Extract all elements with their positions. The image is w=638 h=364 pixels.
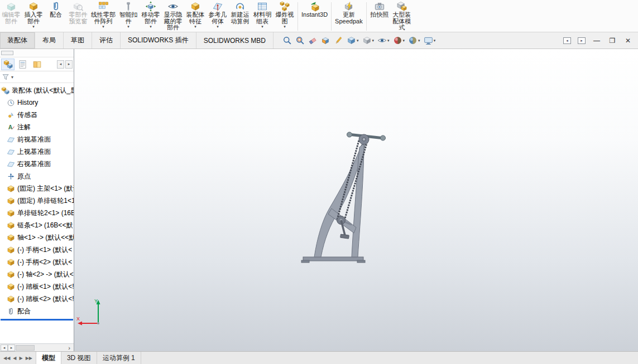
ribbon-group-separator	[298, 2, 298, 31]
bottom-tab-motion-study-1[interactable]: 运动算例 1	[97, 352, 141, 364]
ribbon-button-take-snapshot[interactable]: 拍快照	[368, 1, 391, 18]
tree-item-16[interactable]: (-) 踏板<1> (默认<!	[0, 280, 74, 293]
tree-item-15[interactable]: (-) 轴<2> -> (默认<	[0, 268, 74, 280]
model-frame	[314, 142, 366, 257]
panel-tab-scroll-right[interactable]: ▸	[65, 60, 73, 69]
tree-item-0[interactable]: 装配体 (默认<默认_显示	[0, 84, 74, 96]
close-button[interactable]: ✕	[623, 37, 632, 45]
ribbon-button-bill-of-materials[interactable]: 材料明 细表▾	[251, 1, 274, 28]
command-tabs: 装配体布局草图评估SOLIDWORKS 插件SOLIDWORKS MBD	[0, 32, 274, 48]
view-settings-button[interactable]: ▾	[424, 36, 436, 45]
configurationmanager-tab[interactable]	[30, 59, 44, 70]
tree-item-7[interactable]: 原点	[0, 170, 74, 182]
tree-item-3[interactable]: A注解	[0, 121, 74, 133]
ribbon-button-label: 智能扣 件	[119, 12, 138, 25]
triad-x-label: X	[76, 316, 80, 322]
ribbon-button-edit-component[interactable]: 编辑零 部件	[0, 1, 22, 25]
command-tab-layout[interactable]: 布局	[35, 32, 64, 48]
previous-view-button[interactable]	[308, 36, 318, 45]
tree-item-8[interactable]: (固定) 主架<1> (默认	[0, 182, 74, 195]
edit-appearance-icon	[393, 36, 402, 45]
tree-item-2[interactable]: 传感器	[0, 109, 74, 121]
ribbon-button-move-component[interactable]: 移动零 部件▾	[140, 1, 162, 28]
rollback-bar[interactable]	[1, 319, 73, 321]
panel-grip[interactable]	[1, 51, 13, 55]
scrollbar-thumb[interactable]	[16, 345, 35, 351]
move-component-icon	[145, 1, 156, 12]
part-icon	[7, 283, 15, 291]
command-tab-assembly[interactable]: 装配体	[0, 32, 35, 48]
scroll-left-button[interactable]: ◂	[1, 344, 8, 351]
insert-component-icon	[28, 1, 39, 12]
orientation-triad: Y X	[76, 296, 107, 327]
ribbon-button-linear-component-pattern[interactable]: 线性零部 件阵列▾	[89, 1, 117, 28]
restore-button[interactable]: ❐	[608, 37, 617, 45]
ribbon-button-new-motion-study[interactable]: 新建运 动算例	[229, 1, 251, 25]
part-icon	[7, 234, 15, 242]
ribbon-button-label: 编辑零 部件	[2, 12, 21, 25]
panel-horizontal-scrollbar[interactable]: ◂ ▸ ›	[0, 343, 74, 351]
tree-item-17[interactable]: (-) 踏板<2> (默认<!	[0, 293, 74, 305]
tree-item-5[interactable]: 上视基准面	[0, 145, 74, 158]
zoom-area-button[interactable]	[295, 36, 305, 45]
tree-item-9[interactable]: (固定) 单排链轮1<1<	[0, 195, 74, 207]
tree-item-label: (-) 踏板<2> (默认<!	[17, 294, 74, 304]
view-orientation-button[interactable]: ▾	[347, 36, 359, 45]
annotation-view-button[interactable]	[334, 36, 343, 45]
ribbon-button-show-hidden-components[interactable]: 显示隐 藏的零 部件▾	[162, 1, 184, 32]
graphics-area[interactable]: Y X	[74, 49, 638, 351]
part-icon	[7, 295, 15, 303]
ribbon-button-reference-geometry[interactable]: 参考几 何体▾	[207, 1, 229, 28]
window-controls: ◂▸—❐✕	[563, 32, 638, 48]
ribbon-button-instant3d[interactable]: Instant3D	[300, 1, 329, 18]
command-tab-evaluate[interactable]: 评估	[92, 32, 121, 48]
tree-item-13[interactable]: (-) 手柄<1> (默认<	[0, 244, 74, 256]
tree-item-6[interactable]: 右视基准面	[0, 158, 74, 170]
tree-item-14[interactable]: (-) 手柄<2> (默认<	[0, 256, 74, 268]
ribbon-button-exploded-view[interactable]: 爆炸视 图▾	[274, 1, 296, 28]
command-tab-mbd[interactable]: SOLIDWORKS MBD	[196, 32, 274, 48]
ribbon-button-label: 新建运 动算例	[231, 12, 250, 25]
command-tab-sketch[interactable]: 草图	[64, 32, 92, 48]
command-tab-addins[interactable]: SOLIDWORKS 插件	[121, 32, 196, 48]
tree-item-11[interactable]: 链条<1> (16B<<默	[0, 219, 74, 231]
ribbon-button-assembly-features[interactable]: 装配体 特征▾	[184, 1, 207, 28]
ribbon-button-update-speedpak[interactable]: 更新 Speedpak	[333, 1, 364, 25]
tree-item-18[interactable]: 配合	[0, 305, 74, 317]
bottom-tab-model[interactable]: 模型	[36, 352, 61, 364]
ribbon-button-large-assembly-mode[interactable]: 大型装 配体模 式	[391, 1, 413, 31]
ribbon-button-smart-fasteners[interactable]: 智能扣 件▾	[117, 1, 140, 28]
panel-tab-scroll-left[interactable]: ◂	[57, 60, 64, 69]
propertymanager-tab[interactable]	[16, 59, 29, 70]
ribbon-button-insert-component[interactable]: 插入零 部件▾	[22, 1, 45, 28]
assembly-model[interactable]	[300, 127, 392, 269]
bottom-nav-button-1[interactable]: ◀	[12, 356, 17, 361]
tree-item-1[interactable]: History	[0, 96, 74, 109]
hide-show-items-button[interactable]: ▾	[377, 36, 390, 45]
ribbon-button-component-preview[interactable]: 零部件 预览窗	[67, 1, 89, 25]
tree-item-12[interactable]: 轴<1> -> (默认<<默	[0, 231, 74, 244]
panel-flyout-chevron[interactable]: ›	[65, 344, 73, 351]
bottom-nav-button-2[interactable]: ▶	[18, 356, 23, 361]
minimize-button[interactable]: —	[592, 37, 601, 45]
toggle-pane-right-button[interactable]: ▸	[578, 37, 586, 44]
bottom-tab-3d-view[interactable]: 3D 视图	[61, 352, 97, 364]
edit-component-icon	[6, 1, 17, 12]
ribbon-button-mate[interactable]: 配合	[45, 1, 67, 18]
tree-item-10[interactable]: 单排链轮2<1> (16B	[0, 207, 74, 219]
apply-scene-button[interactable]: ▾	[408, 36, 420, 45]
annotation-view-icon	[334, 36, 343, 45]
section-view-button[interactable]	[321, 36, 330, 45]
display-style-button[interactable]: ▾	[362, 36, 375, 45]
tree-item-4[interactable]: 前视基准面	[0, 133, 74, 145]
tree-filter[interactable]: ▾	[0, 71, 74, 83]
toggle-pane-left-button[interactable]: ◂	[563, 37, 571, 44]
scroll-right-button[interactable]: ▸	[8, 344, 15, 351]
edit-appearance-button[interactable]: ▾	[393, 36, 405, 45]
zoom-fit-button[interactable]	[282, 36, 292, 45]
status-tab-bar: ◀◀◀▶▶▶ 模型3D 视图运动算例 1	[0, 351, 638, 364]
bottom-nav-button-0[interactable]: ◀◀	[2, 356, 11, 361]
apply-scene-icon	[408, 36, 418, 45]
bottom-nav-button-3[interactable]: ▶▶	[25, 356, 33, 361]
featuremanager-tab[interactable]	[1, 59, 15, 70]
